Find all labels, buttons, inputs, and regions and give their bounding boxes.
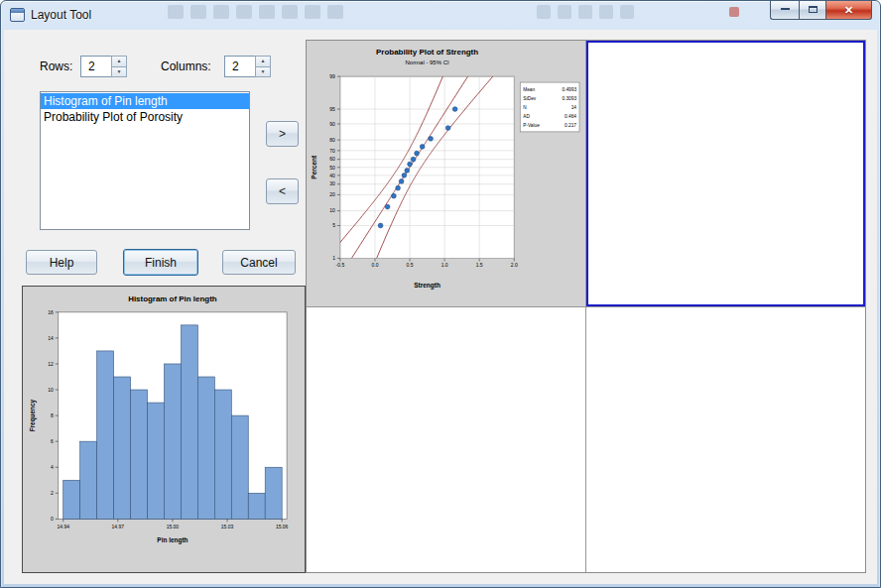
cancel-button[interactable]: Cancel [222,250,296,275]
svg-text:70: 70 [329,148,335,154]
layout-cell-top-right-selected[interactable] [586,41,865,306]
svg-text:N: N [523,105,527,110]
svg-text:10: 10 [48,388,54,393]
svg-text:60: 60 [329,156,335,162]
app-icon [10,8,25,22]
glass-ghost-red-icon [729,7,739,17]
svg-text:2.0: 2.0 [511,262,518,268]
svg-text:-0.5: -0.5 [336,262,345,268]
columns-spin-down-button[interactable]: ▼ [255,66,271,78]
glass-ghost-icons [168,5,343,19]
svg-text:5: 5 [332,222,335,228]
probability-plot-chart: -0.50.00.51.01.52.0151020304050607080909… [307,41,585,306]
rows-spin-up-button[interactable]: ▲ [111,56,127,66]
svg-text:1.0: 1.0 [441,262,448,268]
svg-text:4: 4 [51,465,54,470]
maximize-button[interactable] [799,1,826,20]
svg-text:0.4993: 0.4993 [562,87,576,92]
svg-text:95: 95 [329,106,335,112]
columns-input[interactable] [224,56,255,77]
svg-text:1.5: 1.5 [476,262,483,268]
layout-cell-bottom-left[interactable] [307,307,585,573]
svg-text:Mean: Mean [523,87,535,92]
rows-input[interactable] [80,56,111,77]
minimize-button[interactable] [770,1,799,20]
columns-spin-up-button[interactable]: ▲ [255,56,271,66]
svg-text:80: 80 [329,137,335,143]
svg-text:Histogram of Pin length: Histogram of Pin length [128,294,217,303]
svg-text:14.94: 14.94 [58,525,70,529]
svg-text:10: 10 [329,207,335,213]
graph-preview-panel: 024681012141614.9414.9715.0015.0315.06Hi… [22,286,306,573]
svg-text:14: 14 [571,105,577,110]
move-left-button[interactable]: < [266,178,299,204]
window-controls: ✕ [770,1,872,20]
graph-list[interactable]: Histogram of Pin length Probability Plot… [40,91,250,230]
svg-text:6: 6 [51,439,54,444]
columns-label: Columns: [161,59,211,73]
dialog-body: Rows: ▲ ▼ Columns: ▲ ▼ Histogram of Pin … [4,30,877,584]
svg-text:20: 20 [329,191,335,197]
svg-text:14.97: 14.97 [112,525,125,529]
svg-text:15.00: 15.00 [167,525,180,529]
svg-text:Normal - 95% CI: Normal - 95% CI [406,59,449,65]
layout-grid: -0.50.00.51.01.52.0151020304050607080909… [306,40,866,573]
list-item-histogram[interactable]: Histogram of Pin length [41,93,249,109]
rows-spin-down-button[interactable]: ▼ [111,66,127,78]
svg-text:14: 14 [48,336,54,341]
svg-text:Percent: Percent [311,155,317,179]
svg-text:StDev: StDev [523,96,537,101]
svg-text:Pin length: Pin length [157,536,188,544]
svg-text:40: 40 [329,173,335,178]
histogram-preview-chart: 024681012141614.9414.9715.0015.0315.06Hi… [23,287,305,572]
svg-text:50: 50 [329,165,335,171]
svg-text:30: 30 [329,180,335,186]
svg-text:8: 8 [51,413,54,418]
move-right-button[interactable]: > [266,121,299,147]
rows-label: Rows: [40,59,72,73]
svg-text:16: 16 [48,310,54,315]
svg-text:1: 1 [332,255,335,261]
svg-text:Frequency: Frequency [29,399,37,431]
svg-text:15.03: 15.03 [221,525,234,529]
svg-text:Strength: Strength [414,282,440,290]
rows-spinner: ▲ ▼ [80,56,127,77]
help-button[interactable]: Help [26,250,97,275]
svg-text:90: 90 [329,121,335,127]
close-button[interactable]: ✕ [826,1,872,20]
minimize-icon [781,7,790,10]
svg-text:0.5: 0.5 [407,262,414,268]
svg-text:0.0: 0.0 [371,262,378,268]
titlebar[interactable]: Layout Tool ✕ [1,1,880,30]
svg-text:0: 0 [51,517,54,522]
svg-text:AD: AD [523,114,530,119]
layout-cell-bottom-right[interactable] [586,307,865,573]
layout-cell-top-left[interactable]: -0.50.00.51.01.52.0151020304050607080909… [307,41,585,306]
columns-spinner: ▲ ▼ [224,56,271,77]
svg-text:0.217: 0.217 [565,123,576,128]
finish-button[interactable]: Finish [123,249,198,276]
window-title: Layout Tool [31,8,91,22]
list-item-probability-plot[interactable]: Probability Plot of Porosity [41,109,249,125]
svg-text:0.3093: 0.3093 [562,96,576,101]
svg-text:2: 2 [51,491,54,496]
svg-text:15.06: 15.06 [276,525,289,529]
svg-text:Probability Plot of Strength: Probability Plot of Strength [376,48,478,57]
svg-text:99: 99 [329,73,335,79]
glass-ghost-icons-2 [537,5,634,19]
close-icon: ✕ [844,4,853,16]
maximize-icon [809,6,818,13]
layout-tool-window: Layout Tool ✕ Rows: ▲ ▼ Columns: [0,0,881,588]
svg-text:0.464: 0.464 [565,114,576,119]
svg-text:12: 12 [48,362,54,367]
svg-text:P-Value: P-Value [523,123,540,128]
